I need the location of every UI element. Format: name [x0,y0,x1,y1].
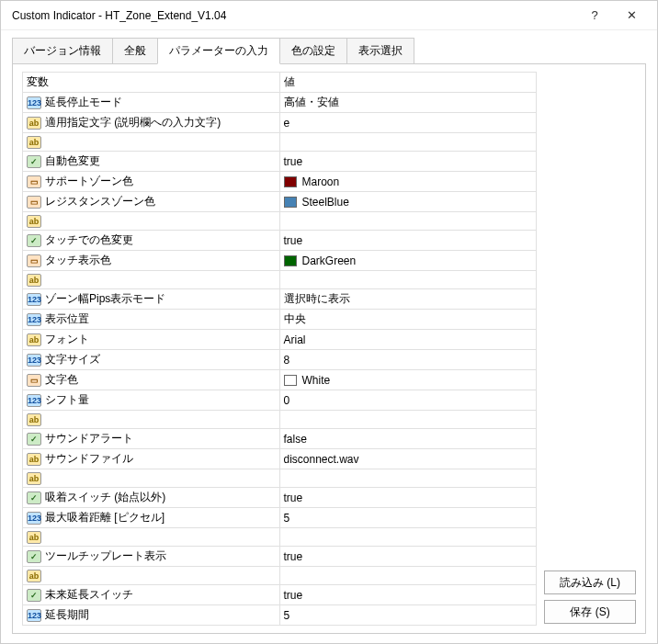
table-row[interactable]: ✓未来延長スイッチtrue [23,585,537,605]
value-cell[interactable] [279,567,537,585]
value-cell[interactable] [279,469,537,488]
variable-cell[interactable]: ab [23,271,280,289]
table-row[interactable]: ✓タッチでの色変更true [23,231,537,251]
col-variable[interactable]: 変数 [23,73,280,93]
value-cell[interactable] [279,528,537,547]
value-cell[interactable]: true [279,231,537,251]
table-row[interactable]: ▭レジスタンスゾーン色SteelBlue [23,192,537,212]
help-button[interactable]: ? [576,1,613,30]
value-cell[interactable]: true [279,547,537,567]
variable-cell[interactable]: ▭タッチ表示色 [23,251,280,271]
value-cell[interactable]: 高値・安値 [279,93,537,113]
table-row[interactable]: ab [23,567,537,585]
variable-cell[interactable]: ✓サウンドアラート [23,429,280,449]
tab-general[interactable]: 全般 [112,38,158,63]
table-row[interactable]: ab [23,212,537,231]
tab-colors[interactable]: 色の設定 [279,38,347,63]
save-button[interactable]: 保存 (S) [544,600,636,624]
tab-parameters[interactable]: パラメーターの入力 [157,38,280,64]
table-row[interactable]: ab [23,271,537,289]
variable-cell[interactable]: abフォント [23,330,280,350]
type-icon: ab [27,215,41,228]
variable-cell[interactable]: ab適用指定文字 (説明欄への入力文字) [23,113,280,133]
value-cell[interactable]: disconnect.wav [279,449,537,469]
variable-cell[interactable]: ✓吸着スイッチ (始点以外) [23,488,280,508]
type-icon: ab [27,333,41,346]
value-cell[interactable]: e [279,113,537,133]
table-row[interactable]: ✓吸着スイッチ (始点以外)true [23,488,537,508]
value-cell[interactable]: 選択時に表示 [279,289,537,310]
table-row[interactable]: ab [23,133,537,152]
variable-cell[interactable]: ab [23,469,280,488]
load-button[interactable]: 読み込み (L) [544,571,636,594]
value-cell[interactable]: 中央 [279,310,537,330]
value-cell[interactable] [279,271,537,289]
table-row[interactable]: ▭サポートゾーン色Maroon [23,172,537,192]
type-icon: 123 [27,293,41,306]
variable-cell[interactable]: ✓タッチでの色変更 [23,231,280,251]
variable-name: 延長期間 [45,607,89,623]
table-row[interactable]: 123ゾーン幅Pips表示モード選択時に表示 [23,289,537,310]
value-cell[interactable]: 8 [279,350,537,370]
value-text: true [284,155,303,168]
variable-cell[interactable]: ▭文字色 [23,370,280,390]
variable-cell[interactable]: 123最大吸着距離 [ピクセル] [23,508,280,528]
value-cell[interactable]: false [279,429,537,449]
table-row[interactable]: 123最大吸着距離 [ピクセル]5 [23,508,537,528]
value-cell[interactable]: DarkGreen [279,251,537,271]
table-row[interactable]: 123文字サイズ8 [23,350,537,370]
variable-cell[interactable]: 123延長期間 [23,605,280,626]
value-cell[interactable]: Arial [279,330,537,350]
close-button[interactable]: ✕ [613,1,650,30]
variable-cell[interactable]: ab [23,133,280,152]
table-row[interactable]: ✓自動色変更true [23,152,537,172]
value-cell[interactable]: 5 [279,508,537,528]
table-row[interactable]: 123シフト量0 [23,390,537,411]
color-swatch [284,255,297,266]
table-row[interactable]: ▭タッチ表示色DarkGreen [23,251,537,271]
value-cell[interactable]: true [279,488,537,508]
variable-cell[interactable]: ✓ツールチップレート表示 [23,547,280,567]
table-row[interactable]: ab適用指定文字 (説明欄への入力文字)e [23,113,537,133]
variable-cell[interactable]: 123ゾーン幅Pips表示モード [23,289,280,310]
variable-cell[interactable]: 123文字サイズ [23,350,280,370]
table-row[interactable]: 123延長期間5 [23,605,537,626]
variable-cell[interactable]: abサウンドファイル [23,449,280,469]
table-row[interactable]: abフォントArial [23,330,537,350]
value-cell[interactable]: true [279,585,537,605]
variable-cell[interactable]: ab [23,567,280,585]
variable-cell[interactable]: ▭レジスタンスゾーン色 [23,192,280,212]
variable-cell[interactable]: ✓自動色変更 [23,152,280,172]
value-cell[interactable]: true [279,152,537,172]
table-row[interactable]: ab [23,469,537,488]
variable-cell[interactable]: 123表示位置 [23,310,280,330]
dialog-footer: OK キャンセル リセット [1,638,657,644]
value-cell[interactable]: 0 [279,390,537,411]
type-icon: ab [27,117,41,130]
variable-cell[interactable]: ✓未来延長スイッチ [23,585,280,605]
table-row[interactable]: ✓ツールチップレート表示true [23,547,537,567]
variable-cell[interactable]: 123シフト量 [23,390,280,411]
table-row[interactable]: ab [23,411,537,429]
col-value[interactable]: 値 [279,73,537,93]
table-row[interactable]: ab [23,528,537,547]
value-cell[interactable]: SteelBlue [279,192,537,212]
table-row[interactable]: 123表示位置中央 [23,310,537,330]
tab-display[interactable]: 表示選択 [346,38,414,63]
table-row[interactable]: abサウンドファイルdisconnect.wav [23,449,537,469]
value-cell[interactable]: Maroon [279,172,537,192]
value-cell[interactable] [279,133,537,152]
table-row[interactable]: 123延長停止モード高値・安値 [23,93,537,113]
value-cell[interactable] [279,411,537,429]
variable-cell[interactable]: ab [23,411,280,429]
value-cell[interactable] [279,212,537,231]
variable-cell[interactable]: ab [23,528,280,547]
table-row[interactable]: ✓サウンドアラートfalse [23,429,537,449]
variable-cell[interactable]: ab [23,212,280,231]
variable-cell[interactable]: ▭サポートゾーン色 [23,172,280,192]
table-row[interactable]: ▭文字色White [23,370,537,390]
tab-version[interactable]: バージョン情報 [12,38,113,63]
variable-cell[interactable]: 123延長停止モード [23,93,280,113]
value-cell[interactable]: White [279,370,537,390]
value-cell[interactable]: 5 [279,605,537,626]
